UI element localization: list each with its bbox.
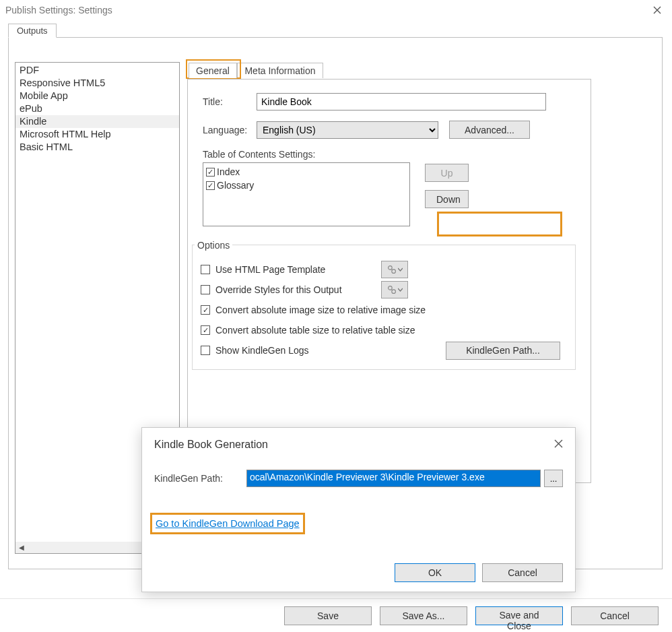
down-button[interactable]: Down <box>425 190 469 208</box>
output-item-basichtml[interactable]: Basic HTML <box>15 141 179 154</box>
opt-show-logs: Show KindleGen Logs KindleGen Path... <box>201 345 567 356</box>
tab-meta[interactable]: Meta Information <box>237 63 323 78</box>
opt-override-styles: Override Styles for this Output <box>201 284 567 295</box>
output-item-pdf[interactable]: PDF <box>15 64 179 77</box>
svg-point-3 <box>391 290 395 294</box>
scroll-left-icon[interactable]: ◀ <box>15 542 27 553</box>
toc-label: Table of Contents Settings: <box>203 149 576 160</box>
cancel-button[interactable]: Cancel <box>571 606 659 625</box>
advanced-button[interactable]: Advanced... <box>449 121 530 139</box>
toc-item-glossary[interactable]: ✓ Glossary <box>206 179 407 192</box>
ok-button[interactable]: OK <box>395 563 475 582</box>
gear-icon <box>387 265 397 274</box>
checkbox-icon[interactable]: ✓ <box>206 181 215 190</box>
inner-tabs: General Meta Information <box>187 62 652 79</box>
options-box: Use HTML Page Template Override Styles f… <box>192 245 576 370</box>
tab-general[interactable]: General <box>189 63 237 78</box>
toc-list[interactable]: ✓ Index ✓ Glossary <box>203 162 410 226</box>
opt-label: Use HTML Page Template <box>215 264 325 275</box>
toc-box: ✓ Index ✓ Glossary Up Down <box>203 162 576 226</box>
footer-bar: Save Save As... Save and Close Cancel <box>0 598 672 632</box>
chevron-down-icon <box>398 288 403 292</box>
svg-point-1 <box>391 270 395 274</box>
opt-label: Convert absolute image size to relative … <box>215 305 426 315</box>
toc-item-label: Glossary <box>217 179 254 192</box>
opt-use-template: Use HTML Page Template <box>201 264 567 275</box>
checkbox-icon[interactable]: ✓ <box>206 168 215 177</box>
output-item-mobile[interactable]: Mobile App <box>15 90 179 102</box>
gear-icon <box>387 285 397 294</box>
toc-item-label: Index <box>217 165 240 179</box>
checkbox-icon[interactable] <box>201 265 210 274</box>
title-input[interactable] <box>257 93 546 110</box>
checkbox-icon[interactable]: ✓ <box>201 325 210 335</box>
dialog-title: Kindle Book Generation <box>154 439 268 451</box>
gear-button[interactable] <box>381 261 408 278</box>
opt-label: Override Styles for this Output <box>215 284 342 295</box>
kindlegen-path-label: KindleGen Path: <box>154 473 246 484</box>
save-as-button[interactable]: Save As... <box>380 606 467 625</box>
title-label: Title: <box>203 96 257 107</box>
output-item-mshtml[interactable]: Microsoft HTML Help <box>15 128 179 141</box>
kindlegen-path-button[interactable]: KindleGen Path... <box>446 342 560 360</box>
svg-point-2 <box>388 286 392 290</box>
checkbox-icon[interactable] <box>201 346 210 355</box>
outputs-tab-header: Outputs <box>8 24 57 38</box>
opt-label: Show KindleGen Logs <box>215 345 309 356</box>
titlebar: Publish Settings: Settings <box>0 0 672 20</box>
window-title: Publish Settings: Settings <box>5 5 112 15</box>
gear-button[interactable] <box>381 281 408 298</box>
opt-label: Convert absolute table size to relative … <box>215 325 415 336</box>
options-label: Options <box>195 240 232 251</box>
output-item-kindle[interactable]: Kindle <box>15 115 179 128</box>
toc-item-index[interactable]: ✓ Index <box>206 165 407 179</box>
save-close-button[interactable]: Save and Close <box>475 606 563 625</box>
svg-point-0 <box>388 266 392 270</box>
output-item-epub[interactable]: ePub <box>15 102 179 115</box>
kindlegen-path-input[interactable]: ocal\Amazon\Kindle Previewer 3\Kindle Pr… <box>246 470 541 487</box>
language-select[interactable]: English (US) <box>257 121 438 139</box>
tab-outputs[interactable]: Outputs <box>8 24 57 38</box>
kindlegen-download-link[interactable]: Go to KindleGen Download Page <box>156 518 300 529</box>
opt-conv-table: ✓ Convert absolute table size to relativ… <box>201 325 567 336</box>
browse-button[interactable]: ... <box>544 470 563 487</box>
kindle-generation-dialog: Kindle Book Generation KindleGen Path: o… <box>141 427 576 592</box>
checkbox-icon[interactable] <box>201 285 210 294</box>
output-item-responsive[interactable]: Responsive HTML5 <box>15 77 179 90</box>
dialog-cancel-button[interactable]: Cancel <box>482 563 563 582</box>
up-button[interactable]: Up <box>425 164 469 182</box>
chevron-down-icon <box>398 267 403 272</box>
save-button[interactable]: Save <box>284 606 372 625</box>
opt-conv-image: ✓ Convert absolute image size to relativ… <box>201 305 567 315</box>
close-icon[interactable] <box>554 439 563 451</box>
general-panel: Title: Language: English (US) Advanced..… <box>187 79 591 483</box>
publish-settings-window: Publish Settings: Settings Outputs PDF R… <box>0 0 672 632</box>
close-icon[interactable] <box>648 3 667 17</box>
checkbox-icon[interactable]: ✓ <box>201 305 210 315</box>
language-label: Language: <box>203 125 257 135</box>
